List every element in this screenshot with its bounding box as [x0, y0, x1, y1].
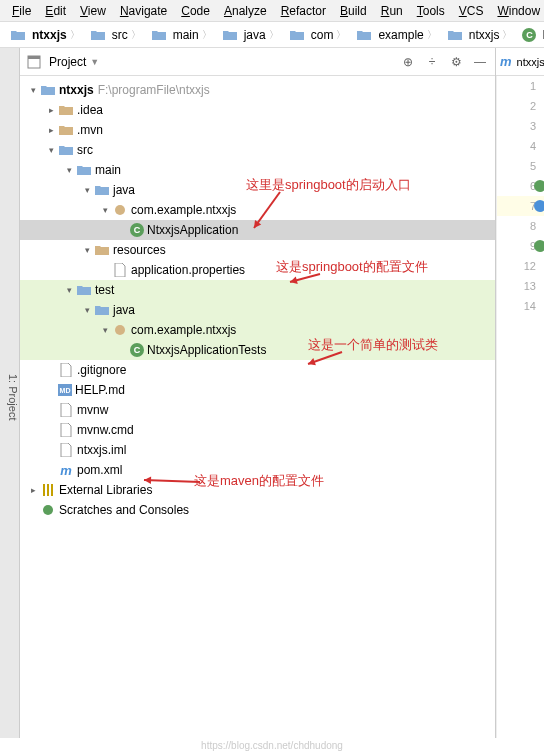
project-header: Project ▼ ⊕ ÷ ⚙ — [20, 48, 495, 76]
breadcrumb-item[interactable]: com〉 [285, 25, 351, 45]
menu-vcs[interactable]: VCS [453, 2, 490, 20]
gutter-line: 9 [497, 236, 544, 256]
gutter-line: 13 [497, 276, 544, 296]
tree-twisty[interactable]: ▸ [44, 125, 58, 135]
dropdown-icon: ▼ [90, 57, 99, 67]
tree-row[interactable]: ▾java [20, 180, 495, 200]
menu-refactor[interactable]: Refactor [275, 2, 332, 20]
tree-twisty[interactable]: ▸ [44, 105, 58, 115]
tree-twisty[interactable]: ▾ [62, 285, 76, 295]
breadcrumb-item[interactable]: src〉 [86, 25, 145, 45]
svg-rect-5 [47, 484, 49, 496]
gutter-line: 12 [497, 256, 544, 276]
project-title[interactable]: Project ▼ [26, 54, 393, 70]
tree-twisty[interactable]: ▾ [26, 85, 40, 95]
tree-twisty[interactable]: ▾ [80, 245, 94, 255]
main-area: 1: Project Project ▼ ⊕ ÷ ⚙ — ▾ntxxjsF:\p… [0, 48, 544, 738]
menu-build[interactable]: Build [334, 2, 373, 20]
tree-row[interactable]: mvnw.cmd [20, 420, 495, 440]
menu-window[interactable]: Window [491, 2, 544, 20]
editor-pane: m ntxxjs 123456789121314 [496, 48, 544, 738]
gutter-line: 7 [497, 196, 544, 216]
hide-icon[interactable]: — [471, 53, 489, 71]
tree-row[interactable]: ▾src [20, 140, 495, 160]
menu-code[interactable]: Code [175, 2, 216, 20]
watermark: https://blog.csdn.net/chdhudong [0, 738, 544, 753]
menu-edit[interactable]: Edit [39, 2, 72, 20]
tree-row[interactable]: mpom.xml [20, 460, 495, 480]
gutter-line: 3 [497, 116, 544, 136]
tree-row[interactable]: .gitignore [20, 360, 495, 380]
tree-row[interactable]: ▸.idea [20, 100, 495, 120]
breadcrumb-item[interactable]: example〉 [352, 25, 440, 45]
tree-twisty[interactable]: ▸ [26, 485, 40, 495]
tree-row[interactable]: ▾ntxxjsF:\programFile\ntxxjs [20, 80, 495, 100]
menu-navigate[interactable]: Navigate [114, 2, 173, 20]
breadcrumb-item[interactable]: java〉 [218, 25, 283, 45]
gutter-line: 8 [497, 216, 544, 236]
tree-row[interactable]: ▸External Libraries [20, 480, 495, 500]
menu-view[interactable]: View [74, 2, 112, 20]
tree-row[interactable]: application.properties [20, 260, 495, 280]
gutter-line: 14 [497, 296, 544, 316]
tree-row[interactable]: ▾main [20, 160, 495, 180]
menu-file[interactable]: File [6, 2, 37, 20]
editor-tab-label: ntxxjs [517, 56, 544, 68]
tree-row[interactable]: Scratches and Consoles [20, 500, 495, 520]
menu-analyze[interactable]: Analyze [218, 2, 273, 20]
tree-twisty[interactable]: ▾ [80, 305, 94, 315]
breadcrumb-item[interactable]: ntxxjs〉 [6, 25, 84, 45]
svg-point-2 [115, 205, 125, 215]
editor-gutter: 123456789121314 [496, 76, 544, 738]
tree-row[interactable]: MDHELP.md [20, 380, 495, 400]
gutter-line: 4 [497, 136, 544, 156]
tree-row[interactable]: ▾resources [20, 240, 495, 260]
tree-row[interactable]: CNtxxjsApplicationTests [20, 340, 495, 360]
collapse-icon[interactable]: ÷ [423, 53, 441, 71]
tree-twisty[interactable]: ▾ [98, 325, 112, 335]
tree-row[interactable]: ▾com.example.ntxxjs [20, 320, 495, 340]
menu-run[interactable]: Run [375, 2, 409, 20]
svg-point-7 [43, 505, 53, 515]
tree-twisty[interactable]: ▾ [62, 165, 76, 175]
project-icon [26, 54, 42, 70]
gutter-line: 6 [497, 176, 544, 196]
gutter-line: 5 [497, 156, 544, 176]
gutter-line: 2 [497, 96, 544, 116]
gutter-line: 1 [497, 76, 544, 96]
gear-icon[interactable]: ⚙ [447, 53, 465, 71]
svg-point-3 [115, 325, 125, 335]
tree-row[interactable]: ntxxjs.iml [20, 440, 495, 460]
target-icon[interactable]: ⊕ [399, 53, 417, 71]
svg-rect-1 [28, 56, 40, 59]
breadcrumb-item[interactable]: main〉 [147, 25, 216, 45]
breadcrumb-bar: ntxxjs〉src〉main〉java〉com〉example〉ntxxjs〉… [0, 22, 544, 48]
tree-row[interactable]: ▾com.example.ntxxjs [20, 200, 495, 220]
breadcrumb-item[interactable]: ntxxjs〉 [443, 25, 517, 45]
tree-twisty[interactable]: ▾ [98, 205, 112, 215]
breadcrumb-item[interactable]: CNtxxjsApplicat [518, 26, 544, 44]
sidebar-tab-project[interactable]: 1: Project [0, 48, 20, 738]
editor-tab[interactable]: m ntxxjs [496, 48, 544, 76]
menu-tools[interactable]: Tools [411, 2, 451, 20]
tree-row[interactable]: ▾java [20, 300, 495, 320]
project-pane: Project ▼ ⊕ ÷ ⚙ — ▾ntxxjsF:\programFile\… [20, 48, 496, 738]
tree-twisty[interactable]: ▾ [80, 185, 94, 195]
project-title-label: Project [49, 55, 86, 69]
tree-row[interactable]: CNtxxjsApplication [20, 220, 495, 240]
maven-icon: m [500, 54, 512, 70]
project-tree[interactable]: ▾ntxxjsF:\programFile\ntxxjs▸.idea▸.mvn▾… [20, 76, 495, 738]
svg-rect-6 [51, 484, 53, 496]
tree-row[interactable]: ▸.mvn [20, 120, 495, 140]
tree-row[interactable]: mvnw [20, 400, 495, 420]
menu-bar: FileEditViewNavigateCodeAnalyzeRefactorB… [0, 0, 544, 22]
tree-twisty[interactable]: ▾ [44, 145, 58, 155]
svg-rect-4 [43, 484, 45, 496]
tree-row[interactable]: ▾test [20, 280, 495, 300]
